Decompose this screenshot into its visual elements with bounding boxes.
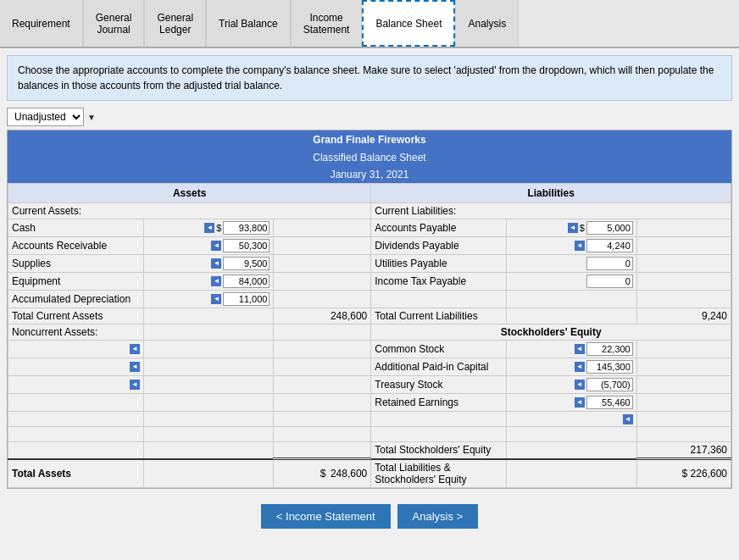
total-current-assets-value: 248,600 xyxy=(274,308,371,324)
table-row: Cash ◄ $ Accounts Payable ◄ $ xyxy=(8,219,731,237)
balance-sheet-container: Grand Finale Fireworks Classified Balanc… xyxy=(7,130,732,489)
table-row xyxy=(8,427,731,442)
common-input[interactable] xyxy=(586,342,633,356)
asset-equip-select[interactable]: ◄ xyxy=(144,273,274,291)
equity-apic-label: Additional Paid-in Capital xyxy=(371,358,507,376)
table-row: ◄ Additional Paid-in Capital ◄ xyxy=(8,358,731,376)
company-name: Grand Finale Fireworks xyxy=(8,130,731,149)
equip-select-icon[interactable]: ◄ xyxy=(211,276,221,286)
table-row: ◄ Treasury Stock ◄ xyxy=(8,376,731,394)
table-row: Accounts Receivable ◄ Dividends Payable … xyxy=(8,237,731,255)
equity-empty-select[interactable]: ◄ xyxy=(507,412,636,427)
noncurrent-3-select[interactable]: ◄ xyxy=(8,376,144,394)
supplies-input[interactable] xyxy=(223,257,269,270)
nc3-select-icon[interactable]: ◄ xyxy=(130,380,140,390)
supplies-select-icon[interactable]: ◄ xyxy=(211,258,221,269)
ap-spacer xyxy=(636,219,731,237)
liability-ap-select[interactable]: ◄ $ xyxy=(507,219,636,237)
nc2-select-icon[interactable]: ◄ xyxy=(130,362,140,372)
total-current-assets-label: Total Current Assets xyxy=(8,308,144,324)
tab-balance-sheet[interactable]: Balance Sheet xyxy=(362,0,455,47)
re-input[interactable] xyxy=(586,396,633,409)
cash-select-icon[interactable]: ◄ xyxy=(204,223,214,233)
total-se-value: 217,360 xyxy=(636,442,731,459)
equity-re-label: Retained Earnings xyxy=(371,394,507,412)
ar-input[interactable] xyxy=(223,239,269,252)
equity-common-label: Common Stock xyxy=(371,341,507,358)
dropdown-arrow-icon: ▼ xyxy=(87,113,96,122)
total-se-row: Total Stockholders' Equity 217,360 xyxy=(8,442,731,459)
asset-supplies-select[interactable]: ◄ xyxy=(144,255,274,273)
itp-input[interactable] xyxy=(586,274,633,288)
re-select-icon[interactable]: ◄ xyxy=(575,397,585,408)
noncurrent-assets-label: Noncurrent Assets: xyxy=(8,324,144,341)
stockholders-equity-header: Stockholders' Equity xyxy=(371,324,731,341)
ap-select-icon[interactable]: ◄ xyxy=(568,223,578,233)
tab-general-journal[interactable]: GeneralJournal xyxy=(83,0,145,47)
tab-requirement[interactable]: Requirement xyxy=(0,0,83,47)
liability-util-label: Utilities Payable xyxy=(371,255,507,273)
equity-apic-select[interactable]: ◄ xyxy=(507,358,636,376)
table-row: ◄ Common Stock ◄ xyxy=(8,341,731,358)
liability-div-select[interactable]: ◄ xyxy=(507,237,636,255)
sheet-date: January 31, 2021 xyxy=(8,166,731,183)
nav-buttons: < Income Statement Analysis > xyxy=(0,496,739,539)
noncurrent-equity-header-row: Noncurrent Assets: Stockholders' Equity xyxy=(8,324,731,341)
equity-re-select[interactable]: ◄ xyxy=(507,394,636,412)
assets-header: Assets xyxy=(8,184,371,203)
table-row: Accumulated Depreciation ◄ xyxy=(8,291,731,308)
total-current-liabilities-value: 9,240 xyxy=(636,308,731,324)
adjustment-dropdown[interactable]: Unadjusted Adjusted xyxy=(7,108,84,126)
dropdown-row: Unadjusted Adjusted ▼ xyxy=(7,108,732,126)
common-select-icon[interactable]: ◄ xyxy=(575,344,585,354)
liability-div-label: Dividends Payable xyxy=(371,237,507,255)
nc1-select-icon[interactable]: ◄ xyxy=(130,344,140,354)
section-headers-row: Current Assets: Current Liabilities: xyxy=(8,203,731,219)
util-input[interactable] xyxy=(586,257,633,270)
tab-analysis[interactable]: Analysis xyxy=(455,0,519,47)
asset-cash-label: Cash xyxy=(8,219,144,237)
ar-select-icon[interactable]: ◄ xyxy=(211,241,221,251)
totals-row: Total Current Assets 248,600 Total Curre… xyxy=(8,308,731,324)
asset-equip-label: Equipment xyxy=(8,273,144,291)
table-row: Retained Earnings ◄ xyxy=(8,394,731,412)
tab-bar: Requirement GeneralJournal GeneralLedger… xyxy=(0,0,739,48)
liability-itp-value xyxy=(507,273,636,291)
ap-input[interactable] xyxy=(586,221,633,235)
accdepr-select-icon[interactable]: ◄ xyxy=(211,294,221,304)
div-input[interactable] xyxy=(586,239,633,252)
treasury-input[interactable] xyxy=(586,378,633,391)
balance-sheet-table: Assets Liabilities Current Assets: Curre… xyxy=(8,183,731,488)
total-current-liabilities-label: Total Current Liabilities xyxy=(371,308,507,324)
accdepr-input[interactable] xyxy=(223,292,269,306)
next-button[interactable]: Analysis > xyxy=(397,504,479,529)
eq-empty-select-icon[interactable]: ◄ xyxy=(623,414,633,424)
noncurrent-1-select[interactable]: ◄ xyxy=(8,341,144,358)
asset-cash-spacer xyxy=(274,219,371,237)
cash-input[interactable] xyxy=(223,221,269,235)
asset-ar-select[interactable]: ◄ xyxy=(144,237,274,255)
asset-supplies-label: Supplies xyxy=(8,255,144,273)
apic-select-icon[interactable]: ◄ xyxy=(575,362,585,372)
equity-treasury-select[interactable]: ◄ xyxy=(507,376,636,394)
liability-util-value xyxy=(507,255,636,273)
liabilities-header: Liabilities xyxy=(371,184,731,203)
prev-button[interactable]: < Income Statement xyxy=(261,504,391,529)
equip-input[interactable] xyxy=(223,274,269,288)
table-row: ◄ xyxy=(8,412,731,427)
div-select-icon[interactable]: ◄ xyxy=(575,241,585,251)
tab-income-statement[interactable]: IncomeStatement xyxy=(291,0,363,47)
asset-cash-select[interactable]: ◄ $ xyxy=(144,219,274,237)
tab-general-ledger[interactable]: GeneralLedger xyxy=(144,0,206,47)
table-row: Supplies ◄ Utilities Payable xyxy=(8,255,731,273)
noncurrent-2-select[interactable]: ◄ xyxy=(8,358,144,376)
apic-input[interactable] xyxy=(586,360,633,374)
total-assets-value: $ 248,600 xyxy=(274,459,371,488)
liability-itp-label: Income Tax Payable xyxy=(371,273,507,291)
asset-accdepr-select[interactable]: ◄ xyxy=(144,291,274,308)
asset-accdepr-label: Accumulated Depreciation xyxy=(8,291,144,308)
total-assets-label: Total Assets xyxy=(8,459,144,488)
equity-common-select[interactable]: ◄ xyxy=(507,341,636,358)
treasury-select-icon[interactable]: ◄ xyxy=(575,380,585,390)
tab-trial-balance[interactable]: Trial Balance xyxy=(206,0,291,47)
